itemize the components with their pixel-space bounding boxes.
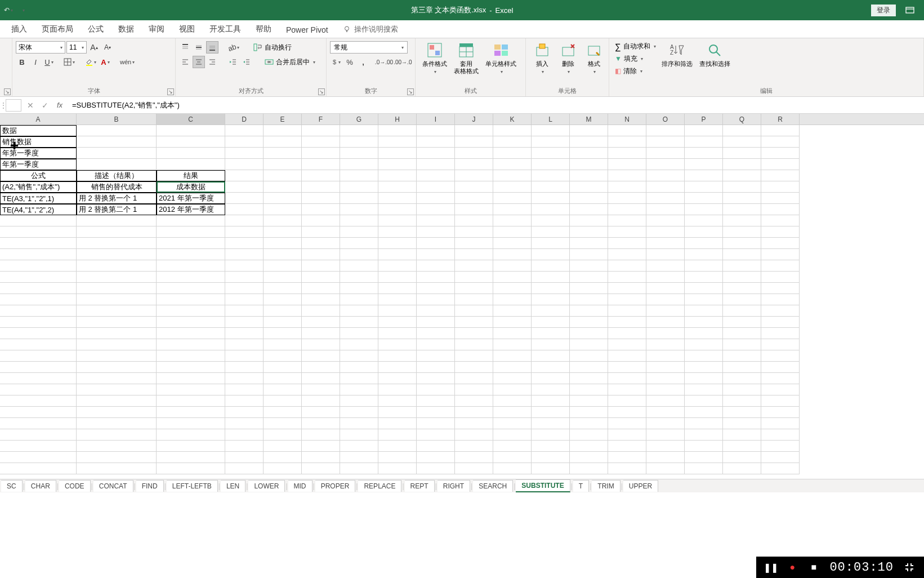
cell-H26[interactable] [378,407,417,418]
cell-R10[interactable] [761,226,800,238]
cell-R27[interactable] [761,418,800,429]
sheet-tab-trim[interactable]: TRIM [592,480,620,492]
cell-Q30[interactable] [723,452,761,463]
cell-Q18[interactable] [723,317,761,328]
align-right-icon[interactable] [206,56,218,68]
cell-L15[interactable] [532,283,570,294]
find-select-button[interactable]: 查找和选择 [696,40,734,77]
cell-M23[interactable] [570,373,608,384]
cell-G22[interactable] [340,362,378,373]
cell-D6[interactable] [225,181,264,193]
cell-C9[interactable] [157,215,225,226]
cell-C22[interactable] [157,362,225,373]
cell-B16[interactable] [77,294,157,305]
cell-D23[interactable] [225,373,264,384]
column-header-G[interactable]: G [340,114,378,125]
cell-P4[interactable] [685,159,723,170]
name-box[interactable] [6,99,21,112]
cell-L11[interactable] [532,238,570,249]
cell-Q28[interactable] [723,429,761,441]
cell-G15[interactable] [340,283,378,294]
cell-H7[interactable] [378,193,417,204]
cell-L21[interactable] [532,350,570,362]
cell-B5[interactable]: 描述（结果） [77,170,157,181]
cell-L25[interactable] [532,395,570,407]
cell-H23[interactable] [378,373,417,384]
cell-F23[interactable] [302,373,340,384]
column-header-M[interactable]: M [570,114,608,125]
align-center-icon[interactable] [193,56,205,68]
cell-H24[interactable] [378,384,417,395]
cell-R16[interactable] [761,294,800,305]
cell-L9[interactable] [532,215,570,226]
column-header-K[interactable]: K [493,114,532,125]
cell-H30[interactable] [378,452,417,463]
cell-K5[interactable] [493,170,532,181]
cell-O30[interactable] [646,452,685,463]
cell-Q22[interactable] [723,362,761,373]
cell-H21[interactable] [378,350,417,362]
cell-A26[interactable] [0,407,77,418]
cell-G9[interactable] [340,215,378,226]
cell-B4[interactable] [77,159,157,170]
cell-E10[interactable] [264,226,302,238]
cell-M13[interactable] [570,260,608,272]
cell-P11[interactable] [685,238,723,249]
cell-E11[interactable] [264,238,302,249]
cell-L24[interactable] [532,384,570,395]
cell-E1[interactable] [264,125,302,136]
cell-I25[interactable] [417,395,455,407]
cell-A13[interactable] [0,260,77,272]
cell-Q29[interactable] [723,441,761,452]
cell-C4[interactable] [157,159,225,170]
cell-O2[interactable] [646,136,685,148]
cell-M10[interactable] [570,226,608,238]
cell-R30[interactable] [761,452,800,463]
cell-G8[interactable] [340,204,378,215]
cell-D11[interactable] [225,238,264,249]
cell-F16[interactable] [302,294,340,305]
column-header-H[interactable]: H [378,114,417,125]
cell-E22[interactable] [264,362,302,373]
cell-O16[interactable] [646,294,685,305]
cell-C20[interactable] [157,339,225,350]
cell-R25[interactable] [761,395,800,407]
cell-E29[interactable] [264,441,302,452]
cell-M30[interactable] [570,452,608,463]
align-left-icon[interactable] [179,56,191,68]
sheet-tab-len[interactable]: LEN [221,480,245,492]
cell-F15[interactable] [302,283,340,294]
cell-H28[interactable] [378,429,417,441]
cell-I24[interactable] [417,384,455,395]
column-header-E[interactable]: E [264,114,302,125]
cell-I19[interactable] [417,328,455,339]
cell-K27[interactable] [493,418,532,429]
sheet-tab-code[interactable]: CODE [59,480,91,492]
cell-C10[interactable] [157,226,225,238]
tab-view[interactable]: 视图 [172,21,202,38]
cell-H8[interactable] [378,204,417,215]
cell-G23[interactable] [340,373,378,384]
cell-K29[interactable] [493,441,532,452]
cell-N16[interactable] [608,294,646,305]
cell-M16[interactable] [570,294,608,305]
comma-format-icon[interactable]: , [357,56,369,68]
cell-K31[interactable] [493,463,532,474]
cell-P19[interactable] [685,328,723,339]
cell-N6[interactable] [608,181,646,193]
cell-P23[interactable] [685,373,723,384]
cell-C25[interactable] [157,395,225,407]
cell-L14[interactable] [532,272,570,283]
cell-R15[interactable] [761,283,800,294]
cell-C8[interactable]: 2012 年第一季度 [157,204,225,215]
cell-R17[interactable] [761,305,800,317]
cell-J31[interactable] [455,463,493,474]
increase-indent-icon[interactable] [240,56,252,68]
cell-J29[interactable] [455,441,493,452]
cell-B25[interactable] [77,395,157,407]
cell-I17[interactable] [417,305,455,317]
cell-J1[interactable] [455,125,493,136]
cell-M11[interactable] [570,238,608,249]
cell-J18[interactable] [455,317,493,328]
italic-button[interactable]: I [29,56,42,68]
